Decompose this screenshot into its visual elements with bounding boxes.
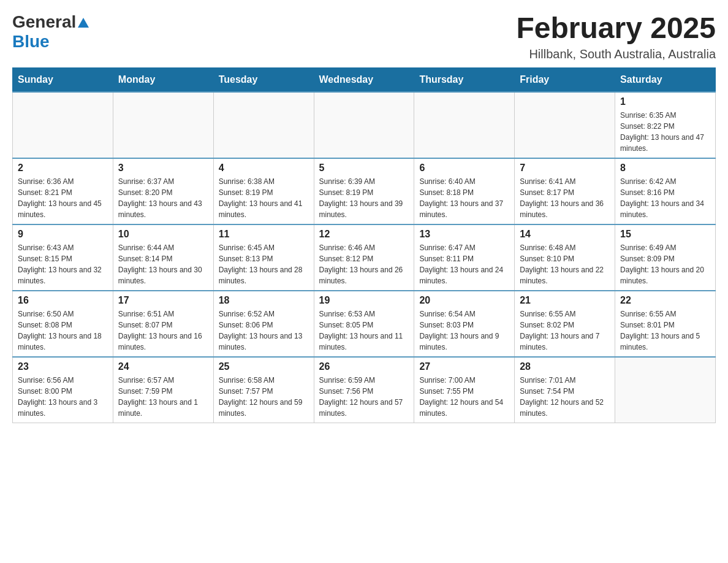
day-number: 16 — [18, 295, 108, 306]
calendar-header-tuesday: Tuesday — [213, 67, 314, 92]
calendar-header-friday: Friday — [515, 67, 615, 92]
day-info: Sunrise: 6:47 AMSunset: 8:11 PMDaylight:… — [419, 242, 509, 286]
calendar-cell — [414, 92, 515, 158]
calendar-cell: 26Sunrise: 6:59 AMSunset: 7:56 PMDayligh… — [314, 357, 414, 423]
calendar-cell: 22Sunrise: 6:55 AMSunset: 8:01 PMDayligh… — [615, 291, 716, 357]
day-info: Sunrise: 6:41 AMSunset: 8:17 PMDaylight:… — [520, 176, 610, 220]
calendar-cell — [515, 92, 615, 158]
day-number: 25 — [219, 361, 309, 372]
day-number: 13 — [419, 229, 509, 240]
day-info: Sunrise: 6:57 AMSunset: 7:59 PMDaylight:… — [118, 375, 208, 419]
calendar-cell — [13, 92, 113, 158]
calendar-header-saturday: Saturday — [615, 67, 716, 92]
calendar-cell: 13Sunrise: 6:47 AMSunset: 8:11 PMDayligh… — [414, 224, 515, 291]
calendar-cell — [113, 92, 213, 158]
calendar-cell: 25Sunrise: 6:58 AMSunset: 7:57 PMDayligh… — [213, 357, 314, 423]
calendar-cell: 2Sunrise: 6:36 AMSunset: 8:21 PMDaylight… — [13, 158, 113, 224]
calendar-week-row: 23Sunrise: 6:56 AMSunset: 8:00 PMDayligh… — [13, 357, 716, 423]
calendar-cell: 28Sunrise: 7:01 AMSunset: 7:54 PMDayligh… — [515, 357, 615, 423]
calendar-week-row: 9Sunrise: 6:43 AMSunset: 8:15 PMDaylight… — [13, 224, 716, 291]
day-number: 23 — [18, 361, 108, 372]
day-number: 11 — [219, 229, 309, 240]
calendar-cell: 18Sunrise: 6:52 AMSunset: 8:06 PMDayligh… — [213, 291, 314, 357]
day-info: Sunrise: 6:58 AMSunset: 7:57 PMDaylight:… — [219, 375, 309, 419]
calendar-table: SundayMondayTuesdayWednesdayThursdayFrid… — [12, 67, 716, 423]
calendar-cell: 20Sunrise: 6:54 AMSunset: 8:03 PMDayligh… — [414, 291, 515, 357]
calendar-cell: 10Sunrise: 6:44 AMSunset: 8:14 PMDayligh… — [113, 224, 213, 291]
day-number: 28 — [520, 361, 610, 372]
page-header: General Blue February 2025 Hillbank, Sou… — [12, 12, 716, 61]
calendar-cell: 24Sunrise: 6:57 AMSunset: 7:59 PMDayligh… — [113, 357, 213, 423]
calendar-cell: 3Sunrise: 6:37 AMSunset: 8:20 PMDaylight… — [113, 158, 213, 224]
day-number: 14 — [520, 229, 610, 240]
day-number: 8 — [620, 163, 710, 174]
day-info: Sunrise: 6:38 AMSunset: 8:19 PMDaylight:… — [219, 176, 309, 220]
day-number: 6 — [419, 163, 509, 174]
day-number: 7 — [520, 163, 610, 174]
logo-blue: Blue — [12, 32, 50, 51]
location-title: Hillbank, South Australia, Australia — [516, 47, 716, 61]
day-info: Sunrise: 6:49 AMSunset: 8:09 PMDaylight:… — [620, 242, 710, 286]
day-number: 22 — [620, 295, 710, 306]
calendar-cell: 16Sunrise: 6:50 AMSunset: 8:08 PMDayligh… — [13, 291, 113, 357]
calendar-cell: 12Sunrise: 6:46 AMSunset: 8:12 PMDayligh… — [314, 224, 414, 291]
logo: General Blue — [12, 12, 89, 52]
day-info: Sunrise: 6:50 AMSunset: 8:08 PMDaylight:… — [18, 308, 108, 353]
day-info: Sunrise: 6:53 AMSunset: 8:05 PMDaylight:… — [319, 308, 409, 353]
day-info: Sunrise: 6:56 AMSunset: 8:00 PMDaylight:… — [18, 375, 108, 419]
day-number: 1 — [620, 96, 710, 107]
day-number: 2 — [18, 163, 108, 174]
calendar-cell — [213, 92, 314, 158]
title-area: February 2025 Hillbank, South Australia,… — [516, 12, 716, 61]
day-number: 12 — [319, 229, 409, 240]
day-info: Sunrise: 6:55 AMSunset: 8:01 PMDaylight:… — [620, 308, 710, 353]
day-info: Sunrise: 7:00 AMSunset: 7:55 PMDaylight:… — [419, 375, 509, 419]
day-info: Sunrise: 6:55 AMSunset: 8:02 PMDaylight:… — [520, 308, 610, 353]
calendar-week-row: 16Sunrise: 6:50 AMSunset: 8:08 PMDayligh… — [13, 291, 716, 357]
day-number: 27 — [419, 361, 509, 372]
day-number: 4 — [219, 163, 309, 174]
calendar-cell: 23Sunrise: 6:56 AMSunset: 8:00 PMDayligh… — [13, 357, 113, 423]
calendar-cell: 14Sunrise: 6:48 AMSunset: 8:10 PMDayligh… — [515, 224, 615, 291]
calendar-header-row: SundayMondayTuesdayWednesdayThursdayFrid… — [13, 67, 716, 92]
calendar-cell: 8Sunrise: 6:42 AMSunset: 8:16 PMDaylight… — [615, 158, 716, 224]
calendar-cell: 5Sunrise: 6:39 AMSunset: 8:19 PMDaylight… — [314, 158, 414, 224]
calendar-cell: 9Sunrise: 6:43 AMSunset: 8:15 PMDaylight… — [13, 224, 113, 291]
day-info: Sunrise: 6:36 AMSunset: 8:21 PMDaylight:… — [18, 176, 108, 220]
day-number: 15 — [620, 229, 710, 240]
day-info: Sunrise: 6:37 AMSunset: 8:20 PMDaylight:… — [118, 176, 208, 220]
day-number: 5 — [319, 163, 409, 174]
day-info: Sunrise: 6:51 AMSunset: 8:07 PMDaylight:… — [118, 308, 208, 353]
logo-general: General — [12, 12, 76, 32]
day-info: Sunrise: 7:01 AMSunset: 7:54 PMDaylight:… — [520, 375, 610, 419]
day-number: 26 — [319, 361, 409, 372]
calendar-cell: 27Sunrise: 7:00 AMSunset: 7:55 PMDayligh… — [414, 357, 515, 423]
day-number: 18 — [219, 295, 309, 306]
day-info: Sunrise: 6:42 AMSunset: 8:16 PMDaylight:… — [620, 176, 710, 220]
day-number: 10 — [118, 229, 208, 240]
day-number: 20 — [419, 295, 509, 306]
calendar-header-sunday: Sunday — [13, 67, 113, 92]
day-info: Sunrise: 6:43 AMSunset: 8:15 PMDaylight:… — [18, 242, 108, 286]
day-number: 3 — [118, 163, 208, 174]
day-number: 9 — [18, 229, 108, 240]
day-info: Sunrise: 6:48 AMSunset: 8:10 PMDaylight:… — [520, 242, 610, 286]
calendar-cell: 15Sunrise: 6:49 AMSunset: 8:09 PMDayligh… — [615, 224, 716, 291]
calendar-cell: 19Sunrise: 6:53 AMSunset: 8:05 PMDayligh… — [314, 291, 414, 357]
day-info: Sunrise: 6:45 AMSunset: 8:13 PMDaylight:… — [219, 242, 309, 286]
day-number: 21 — [520, 295, 610, 306]
calendar-cell — [615, 357, 716, 423]
day-info: Sunrise: 6:44 AMSunset: 8:14 PMDaylight:… — [118, 242, 208, 286]
day-number: 24 — [118, 361, 208, 372]
day-number: 19 — [319, 295, 409, 306]
calendar-week-row: 1Sunrise: 6:35 AMSunset: 8:22 PMDaylight… — [13, 92, 716, 158]
calendar-cell: 1Sunrise: 6:35 AMSunset: 8:22 PMDaylight… — [615, 92, 716, 158]
day-info: Sunrise: 6:35 AMSunset: 8:22 PMDaylight:… — [620, 110, 710, 154]
calendar-week-row: 2Sunrise: 6:36 AMSunset: 8:21 PMDaylight… — [13, 158, 716, 224]
calendar-cell: 6Sunrise: 6:40 AMSunset: 8:18 PMDaylight… — [414, 158, 515, 224]
calendar-header-monday: Monday — [113, 67, 213, 92]
logo-triangle-icon — [78, 18, 89, 28]
day-info: Sunrise: 6:40 AMSunset: 8:18 PMDaylight:… — [419, 176, 509, 220]
calendar-cell — [314, 92, 414, 158]
day-info: Sunrise: 6:46 AMSunset: 8:12 PMDaylight:… — [319, 242, 409, 286]
